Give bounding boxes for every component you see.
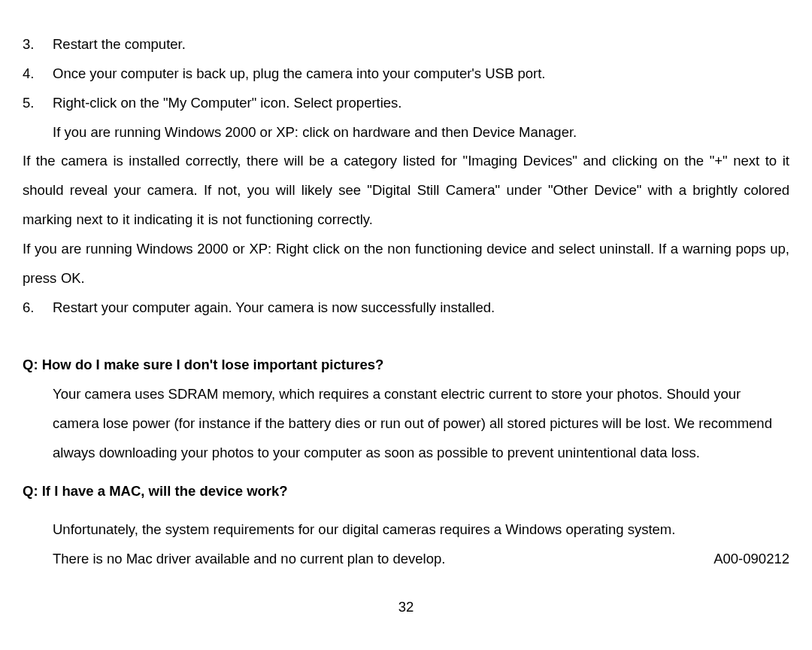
step-text: Right-click on the "My Computer" icon. S…: [53, 89, 789, 118]
faq-answer-pictures: Your camera uses SDRAM memory, which req…: [23, 380, 789, 468]
spacer: [23, 322, 789, 351]
step-text: Restart the computer.: [53, 30, 789, 59]
step-number: 4.: [23, 59, 53, 89]
step-text: Restart your computer again. Your camera…: [53, 293, 789, 323]
step-5-sub: If you are running Windows 2000 or XP: c…: [23, 118, 789, 147]
faq-answer-mac-line1: Unfortunately, the system requirements f…: [23, 515, 789, 545]
spacer: [23, 506, 789, 515]
faq-question-pictures: Q: How do I make sure I don't lose impor…: [23, 351, 789, 380]
document-code: A00-090212: [714, 545, 789, 574]
faq-answer-mac-line2: There is no Mac driver available and no …: [53, 545, 445, 574]
page-number: 32: [23, 593, 789, 622]
step-5: 5. Right-click on the "My Computer" icon…: [23, 89, 789, 118]
step-6: 6. Restart your computer again. Your cam…: [23, 293, 789, 323]
faq-answer-mac-line2-row: There is no Mac driver available and no …: [23, 545, 789, 574]
step-3: 3. Restart the computer.: [23, 30, 789, 59]
step-4: 4. Once your computer is back up, plug t…: [23, 59, 789, 89]
faq-question-mac: Q: If I have a MAC, will the device work…: [23, 477, 789, 506]
step-number: 6.: [23, 293, 53, 323]
step-number: 5.: [23, 89, 53, 118]
paragraph-uninstall: If you are running Windows 2000 or XP: R…: [23, 235, 789, 293]
step-number: 3.: [23, 30, 53, 59]
paragraph-imaging-devices: If the camera is installed correctly, th…: [23, 147, 789, 235]
step-text: Once your computer is back up, plug the …: [53, 59, 789, 89]
document-page: 3. Restart the computer. 4. Once your co…: [0, 0, 812, 637]
spacer: [23, 468, 789, 477]
